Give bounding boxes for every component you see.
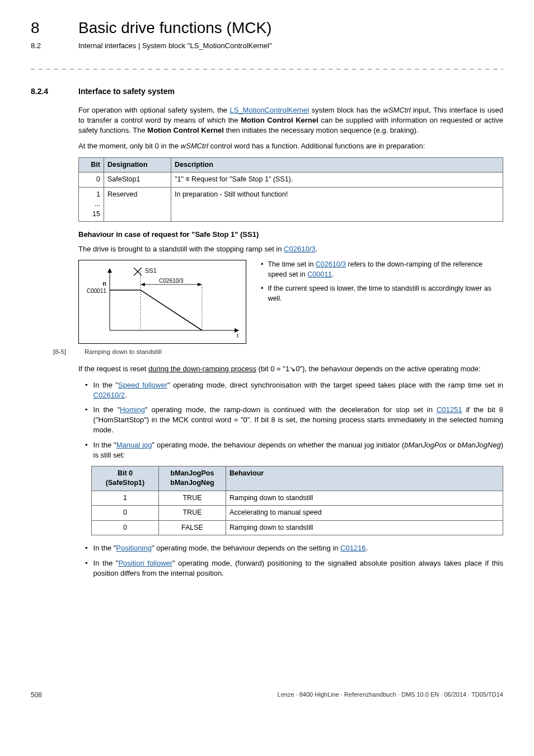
list-item: • In the "Speed follower" operating mode… bbox=[78, 380, 503, 400]
figure-text: Ramping down to standstill bbox=[85, 347, 161, 356]
diagram-row: n C00011 t SS1 C02610/3 • The time set i… bbox=[78, 260, 503, 344]
paragraph-3: The drive is brought to a standstill wit… bbox=[78, 244, 503, 254]
text: " operating mode, direct synchronisation… bbox=[167, 381, 503, 389]
cell-behaviour: Accelerating to manual speed bbox=[226, 506, 503, 521]
link-ls-motioncontrolkernel[interactable]: LS_MotionControlKernel bbox=[229, 106, 309, 114]
table-row: 1 TRUE Ramping down to standstill bbox=[92, 491, 503, 506]
diagram-bullet-1: • The time set in C02610/3 refers to the… bbox=[261, 260, 503, 279]
paragraph-1: For operation with optional safety syste… bbox=[78, 105, 503, 136]
text: " operating mode, the ramp-down is conti… bbox=[145, 405, 437, 414]
chapter-header: 8 Basic drive functions (MCK) bbox=[31, 17, 503, 39]
list-item: • In the "Positioning" operating mode, t… bbox=[78, 543, 503, 553]
table-1-wrap: Bit Designation Description 0 SafeStop1 … bbox=[78, 157, 503, 222]
text: . bbox=[332, 270, 334, 278]
c02610-label: C02610/3 bbox=[159, 278, 184, 284]
cell-bman: TRUE bbox=[159, 506, 226, 521]
bullet-dot: • bbox=[261, 284, 263, 304]
text: For operation with optional safety syste… bbox=[78, 106, 229, 114]
designation-table: Bit Designation Description 0 SafeStop1 … bbox=[78, 157, 503, 222]
t-axis-label: t bbox=[237, 333, 238, 339]
cell-bit: 1 ... 15 bbox=[79, 187, 104, 222]
diagram-svg: n C00011 t SS1 C02610/3 bbox=[79, 260, 247, 344]
svg-line-5 bbox=[140, 290, 202, 330]
bullet-dot: • bbox=[85, 440, 88, 460]
bmanjogneg-label: bManJogNeg bbox=[457, 441, 500, 449]
text: . bbox=[315, 245, 317, 253]
diagram-description: • The time set in C02610/3 refers to the… bbox=[261, 260, 503, 308]
n-axis-label: n bbox=[102, 280, 106, 287]
list-item: • In the "Position follower" operating m… bbox=[78, 558, 503, 578]
behaviour-table: Bit 0 (SafeStop1) bManJogPos bManJogNeg … bbox=[91, 466, 503, 536]
subheader: 8.2 Internal interfaces | System block "… bbox=[31, 41, 503, 51]
table-header-row: Bit Designation Description bbox=[79, 157, 503, 172]
bullet-dot: • bbox=[85, 380, 88, 400]
section-title: Interface to safety system bbox=[78, 86, 175, 97]
th-bman: bManJogPos bManJogNeg bbox=[159, 466, 226, 491]
text: " operating mode, the behaviour depends … bbox=[152, 544, 340, 552]
cell-description: "1" ≡ Request for "Safe Stop 1" (SS1). bbox=[171, 172, 503, 188]
link-speed-follower[interactable]: Speed follower bbox=[118, 381, 167, 389]
link-c02610-3[interactable]: C02610/3 bbox=[316, 260, 346, 268]
text: control word has a function. Additional … bbox=[208, 142, 425, 150]
table-row: 1 ... 15 Reserved In preparation - Still… bbox=[79, 187, 503, 222]
link-c01216[interactable]: C01216 bbox=[340, 544, 366, 552]
link-c01251[interactable]: C01251 bbox=[437, 405, 462, 414]
ramping-diagram: n C00011 t SS1 C02610/3 bbox=[78, 260, 246, 344]
text: In the " bbox=[93, 405, 120, 414]
list-item: • In the "Manual jog" operating mode, th… bbox=[78, 440, 503, 460]
svg-marker-1 bbox=[107, 268, 112, 273]
paragraph-2: At the moment, only bit 0 in the wSMCtrl… bbox=[78, 141, 503, 151]
figure-number: [8-5] bbox=[53, 347, 81, 356]
link-c02610-2[interactable]: C02610/2 bbox=[93, 391, 125, 399]
chapter-number: 8 bbox=[31, 17, 78, 39]
bullet-text: The time set in C02610/3 refers to the d… bbox=[268, 260, 503, 279]
link-positioning[interactable]: Positioning bbox=[116, 544, 152, 552]
chapter-title: Basic drive functions (MCK) bbox=[78, 17, 271, 39]
text: or bbox=[447, 441, 457, 449]
table-row: 0 FALSE Ramping down to standstill bbox=[92, 520, 503, 535]
th-description: Description bbox=[171, 157, 503, 172]
text: If the request is reset bbox=[78, 365, 148, 373]
cell-behaviour: Ramping down to standstill bbox=[226, 491, 503, 506]
cell-bit0: 0 bbox=[92, 520, 159, 535]
cell-designation: SafeStop1 bbox=[104, 172, 171, 188]
subheader-text: Internal interfaces | System block "LS_M… bbox=[78, 41, 272, 51]
th-bit: Bit bbox=[79, 157, 104, 172]
link-c00011[interactable]: C00011 bbox=[307, 270, 332, 278]
table-header-row: Bit 0 (SafeStop1) bManJogPos bManJogNeg … bbox=[92, 466, 503, 491]
bullet-list-2: • In the "Positioning" operating mode, t… bbox=[78, 543, 503, 578]
page-number: 508 bbox=[31, 690, 42, 700]
figure-caption: [8-5] Ramping down to standstill bbox=[53, 347, 503, 356]
link-manual-jog[interactable]: Manual jog bbox=[116, 441, 152, 449]
link-position-follower[interactable]: Position follower bbox=[118, 559, 172, 567]
underlined-text: during the down-ramping process bbox=[148, 365, 256, 373]
mck-label: Motion Control Kernel bbox=[147, 126, 224, 134]
text: In the " bbox=[93, 544, 116, 552]
footer-info: Lenze · 8400 HighLine · Referenzhandbuch… bbox=[278, 690, 503, 700]
cell-bit: 0 bbox=[79, 172, 104, 188]
wsmctrl-label: wSMCtrl bbox=[383, 106, 411, 114]
cell-bit0: 0 bbox=[92, 506, 159, 521]
subheader-number: 8.2 bbox=[31, 41, 78, 51]
wsmctrl-label: wSMCtrl bbox=[181, 142, 208, 150]
ss1-label: SS1 bbox=[145, 267, 157, 274]
c00011-label: C00011 bbox=[87, 288, 106, 294]
bullet-dot: • bbox=[85, 558, 88, 578]
bullet-dot: • bbox=[261, 260, 263, 279]
text: The time set in bbox=[268, 260, 315, 268]
section-header: 8.2.4 Interface to safety system bbox=[31, 86, 503, 97]
link-homing[interactable]: Homing bbox=[120, 405, 145, 414]
svg-marker-12 bbox=[198, 283, 202, 286]
cell-bman: FALSE bbox=[159, 520, 226, 535]
diagram-bullet-2: • If the current speed is lower, the tim… bbox=[261, 284, 503, 304]
bullet-dot: • bbox=[85, 543, 88, 553]
list-text: In the "Manual jog" operating mode, the … bbox=[93, 440, 503, 460]
bmanjogpos-label: bManJogPos bbox=[404, 441, 447, 449]
text: The drive is brought to a standstill wit… bbox=[78, 245, 284, 253]
paragraph-4: If the request is reset during the down-… bbox=[78, 364, 503, 374]
text: In the " bbox=[93, 381, 119, 389]
text: At the moment, only bit 0 in the bbox=[78, 142, 181, 150]
link-c02610-3[interactable]: C02610/3 bbox=[284, 245, 315, 253]
th-behaviour: Behaviour bbox=[226, 466, 503, 491]
text: In the " bbox=[93, 559, 119, 567]
